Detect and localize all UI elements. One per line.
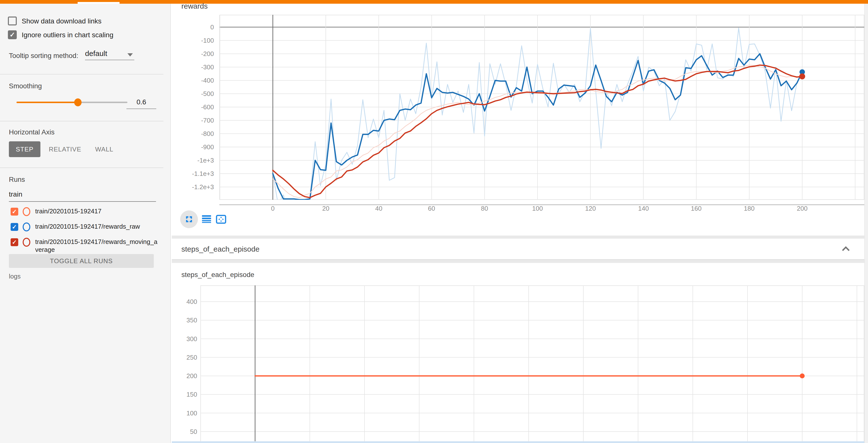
rewards-x-axis-line bbox=[219, 204, 864, 205]
divider bbox=[0, 168, 163, 168]
y-tick-label: -1e+3 bbox=[169, 157, 214, 164]
show-download-links-label: Show data download links bbox=[22, 17, 101, 25]
smoothing-slider-thumb[interactable] bbox=[74, 98, 82, 106]
y-tick-label: -600 bbox=[169, 104, 214, 111]
y-tick-label: 300 bbox=[153, 335, 197, 343]
y-tick-label: -1.2e+3 bbox=[169, 183, 214, 191]
ignore-outliers-label: Ignore outliers in chart scaling bbox=[22, 31, 113, 39]
bottom-edge-strip bbox=[172, 441, 864, 443]
run-row[interactable]: ✓train/20201015-192417/rewards_moving_av… bbox=[10, 238, 158, 254]
scrollbar[interactable] bbox=[864, 4, 868, 443]
x-tick-label: 60 bbox=[417, 205, 446, 212]
top-bar-active-tab-underline bbox=[78, 2, 120, 4]
y-tick-label: 400 bbox=[153, 298, 197, 305]
show-download-links-checkbox[interactable]: ✓ bbox=[8, 17, 17, 25]
fit-domain-icon[interactable] bbox=[215, 214, 227, 225]
log-scale-icon[interactable] bbox=[201, 214, 212, 225]
y-tick-label: 150 bbox=[153, 391, 197, 398]
tooltip-sorting-value: default bbox=[85, 49, 107, 57]
smoothing-slider-fill bbox=[17, 101, 78, 103]
x-tick-label: 120 bbox=[576, 205, 605, 212]
series-end-dot bbox=[800, 374, 805, 378]
x-tick-label: 160 bbox=[681, 205, 711, 212]
run-checkbox[interactable]: ✓ bbox=[10, 208, 18, 215]
divider bbox=[0, 74, 163, 75]
ignore-outliers-checkbox[interactable]: ✓ bbox=[8, 30, 17, 39]
run-row[interactable]: ✓train/20201015-192417/rewards_raw bbox=[10, 223, 158, 231]
run-filter-input[interactable]: train bbox=[9, 190, 156, 202]
run-label: train/20201015-192417/rewards_moving_ave… bbox=[35, 238, 158, 254]
top-bar bbox=[0, 0, 868, 4]
tooltip-sorting-label: Tooltip sorting method: bbox=[9, 52, 79, 60]
toggle-all-runs-button[interactable]: TOGGLE ALL RUNS bbox=[9, 254, 154, 268]
x-tick-label: 20 bbox=[311, 205, 341, 212]
axis-wall-button[interactable]: WALL bbox=[95, 141, 113, 157]
divider bbox=[0, 121, 163, 121]
run-filter-value: train bbox=[9, 190, 22, 198]
card-gap bbox=[172, 260, 864, 263]
steps-section-header[interactable]: steps_of_each_episode bbox=[172, 238, 864, 260]
run-label: train/20201015-192417/rewards_raw bbox=[35, 223, 158, 230]
y-tick-label: -300 bbox=[169, 63, 214, 71]
smoothing-value: 0.6 bbox=[136, 98, 146, 106]
x-tick-label: 180 bbox=[735, 205, 764, 212]
y-tick-label: 100 bbox=[153, 409, 197, 417]
logs-group-label: logs bbox=[9, 272, 21, 280]
tooltip-sorting-select[interactable]: default bbox=[85, 49, 134, 60]
chevron-down-icon bbox=[127, 53, 133, 57]
run-color-radio[interactable] bbox=[23, 223, 30, 231]
run-checkbox[interactable]: ✓ bbox=[10, 223, 18, 231]
run-list: ✓train/20201015-192417✓train/20201015-19… bbox=[10, 207, 158, 260]
horizontal-axis-label: Horizontal Axis bbox=[9, 128, 55, 136]
runs-label: Runs bbox=[9, 176, 25, 183]
run-color-radio[interactable] bbox=[23, 207, 30, 216]
run-row[interactable]: ✓train/20201015-192417 bbox=[10, 207, 158, 216]
run-color-radio[interactable] bbox=[23, 238, 30, 247]
run-label: train/20201015-192417 bbox=[35, 207, 158, 215]
y-tick-label: 50 bbox=[153, 428, 197, 435]
y-tick-label: 250 bbox=[153, 354, 197, 361]
x-tick-label: 200 bbox=[787, 205, 817, 212]
smoothing-label: Smoothing bbox=[9, 82, 42, 90]
series-end-dot bbox=[799, 73, 805, 80]
run-checkbox[interactable]: ✓ bbox=[10, 238, 18, 246]
y-tick-label: -100 bbox=[169, 37, 214, 44]
rewards-chart-plot[interactable] bbox=[219, 15, 864, 200]
x-tick-label: 80 bbox=[470, 205, 499, 212]
x-tick-label: 0 bbox=[258, 205, 288, 212]
y-tick-label: -400 bbox=[169, 77, 214, 84]
y-tick-label: -1.1e+3 bbox=[169, 170, 214, 177]
x-tick-label: 40 bbox=[364, 205, 394, 212]
x-tick-label: 140 bbox=[629, 205, 658, 212]
y-tick-label: -700 bbox=[169, 117, 214, 124]
y-tick-label: 0 bbox=[169, 24, 214, 31]
y-tick-label: 200 bbox=[153, 372, 197, 380]
y-tick-label: -200 bbox=[169, 50, 214, 57]
y-tick-label: -900 bbox=[169, 143, 214, 151]
y-tick-label: 350 bbox=[153, 317, 197, 324]
expand-icon[interactable] bbox=[185, 215, 193, 224]
steps-chart-title: steps_of_each_episode bbox=[181, 271, 254, 279]
rewards-chart-title: rewards bbox=[181, 2, 208, 10]
card-gap bbox=[172, 236, 864, 238]
y-tick-label: -800 bbox=[169, 130, 214, 138]
x-tick-label: 100 bbox=[523, 205, 552, 212]
axis-step-button[interactable]: STEP bbox=[9, 141, 40, 157]
smoothing-value-input[interactable]: 0.6 bbox=[126, 98, 156, 109]
steps-section-title: steps_of_each_episode bbox=[181, 245, 259, 253]
chevron-up-icon[interactable] bbox=[841, 245, 851, 253]
axis-relative-button[interactable]: RELATIVE bbox=[49, 141, 81, 157]
y-tick-label: -500 bbox=[169, 90, 214, 97]
steps-chart-plot[interactable] bbox=[200, 285, 864, 443]
